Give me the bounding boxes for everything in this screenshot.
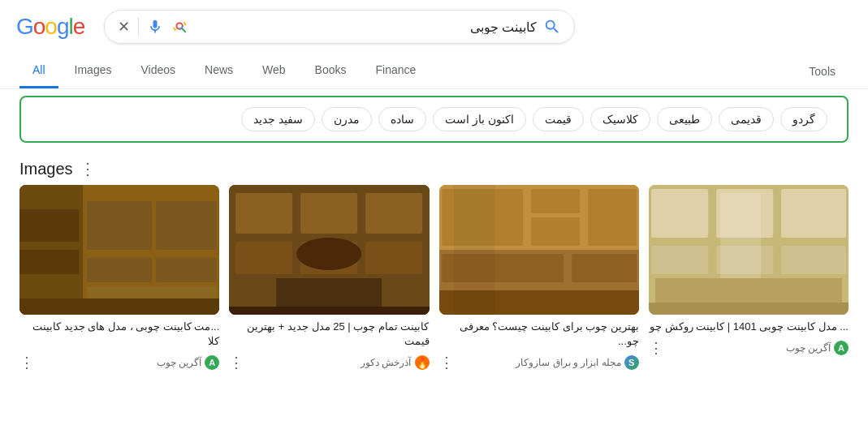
tab-books[interactable]: Books	[302, 54, 360, 88]
image-source-1: A آگرین چوب ⋮	[19, 354, 219, 371]
image-item-2[interactable]: کابینت تمام چوب | 25 مدل جدید + بهترین ق…	[229, 185, 429, 371]
search-input[interactable]	[196, 19, 537, 34]
svg-rect-5	[87, 201, 152, 250]
chip-walnut[interactable]: گردو	[780, 107, 827, 131]
image-item-4[interactable]: ... مدل کابینت چوبی 1401 | کابینت روکش چ…	[649, 185, 849, 371]
svg-rect-20	[365, 242, 422, 274]
source-icon-2: 🔥	[415, 355, 430, 370]
image-caption-3: بهترین چوب برای کابینت چیست؟ معرفی چو...	[439, 320, 639, 349]
svg-rect-16	[300, 193, 357, 234]
source-icon-3: S	[624, 355, 639, 370]
source-info-4: A آگرین چوب	[786, 341, 849, 355]
item-more-3[interactable]: ⋮	[439, 354, 454, 371]
svg-rect-33	[454, 185, 494, 315]
svg-rect-7	[156, 201, 217, 250]
nav-tabs: All Images Videos News Web Books Finance…	[0, 54, 868, 89]
svg-rect-28	[531, 217, 580, 246]
source-name-1: آگرین چوب	[157, 357, 201, 368]
chip-simple[interactable]: ساده	[378, 107, 426, 131]
image-placeholder-4	[649, 185, 849, 315]
chip-old[interactable]: قدیمی	[719, 107, 774, 131]
svg-point-21	[296, 238, 361, 270]
images-more-button[interactable]: ⋮	[80, 159, 96, 178]
svg-rect-38	[781, 189, 846, 238]
svg-rect-41	[781, 246, 846, 274]
image-thumb-4	[649, 185, 849, 315]
image-source-4: A آگرین چوب ⋮	[649, 339, 849, 357]
source-icon-4: A	[834, 341, 849, 355]
chip-white-new[interactable]: سفید جدید	[241, 107, 315, 131]
source-name-2: آذرخش دکور	[361, 357, 411, 368]
svg-rect-44	[649, 303, 849, 315]
svg-rect-31	[572, 254, 637, 282]
source-info-3: S مجله ابزار و براق سازوکار	[516, 355, 638, 370]
image-item-3[interactable]: بهترین چوب برای کابینت چیست؟ معرفی چو...…	[439, 185, 639, 371]
source-info-1: A آگرین چوب	[157, 355, 219, 370]
search-button[interactable]	[543, 18, 561, 36]
tab-finance[interactable]: Finance	[363, 54, 430, 88]
mic-icon	[147, 19, 163, 35]
source-info-2: 🔥 آذرخش دکور	[361, 355, 429, 370]
svg-rect-18	[235, 242, 292, 274]
lens-icon	[171, 18, 189, 36]
svg-rect-6	[87, 258, 152, 282]
svg-rect-8	[156, 258, 217, 282]
image-source-2: 🔥 آذرخش دکور ⋮	[229, 354, 429, 371]
search-divider	[138, 17, 139, 36]
image-thumb-2	[229, 185, 429, 315]
image-source-3: S مجله ابزار و براق سازوکار ⋮	[439, 354, 639, 371]
image-caption-1: ...مت کابینت چوبی ، مدل های جدید کابینت …	[19, 320, 219, 349]
item-more-4[interactable]: ⋮	[649, 339, 663, 357]
source-name-3: مجله ابزار و براق سازوکار	[516, 357, 620, 368]
svg-rect-29	[588, 189, 637, 246]
svg-rect-10	[19, 250, 79, 274]
tab-web[interactable]: Web	[249, 54, 299, 88]
tab-all[interactable]: All	[19, 54, 58, 88]
header: Google ✕	[0, 0, 868, 54]
search-icons-left: ✕	[118, 17, 189, 36]
image-placeholder-2	[229, 185, 429, 315]
search-bar: ✕	[104, 10, 575, 44]
image-item-1[interactable]: ...مت کابینت چوبی ، مدل های جدید کابینت …	[19, 185, 219, 371]
chip-classic[interactable]: کلاسیک	[590, 107, 650, 131]
item-more-2[interactable]: ⋮	[229, 354, 244, 371]
chip-natural[interactable]: طبیعی	[657, 107, 712, 131]
source-name-4: آگرین چوب	[786, 342, 831, 354]
chip-open-now[interactable]: اکنون باز است	[433, 107, 526, 131]
lens-button[interactable]	[171, 18, 189, 36]
nav-left: All Images Videos News Web Books Finance	[19, 54, 429, 88]
tools-button[interactable]: Tools	[796, 55, 849, 88]
chip-modern[interactable]: مدرن	[322, 107, 372, 131]
image-grid: ...مت کابینت چوبی ، مدل های جدید کابینت …	[0, 185, 868, 381]
clear-button[interactable]: ✕	[118, 18, 130, 36]
source-icon-1: A	[205, 355, 219, 370]
svg-rect-12	[19, 298, 219, 315]
tab-news[interactable]: News	[192, 54, 246, 88]
svg-rect-39	[651, 246, 708, 274]
svg-rect-36	[651, 189, 708, 238]
image-placeholder-3	[439, 185, 639, 315]
image-thumb-3	[439, 185, 639, 315]
image-placeholder-1	[19, 185, 219, 315]
image-thumb-1	[19, 185, 219, 315]
svg-rect-23	[229, 307, 429, 315]
images-section-header: Images ⋮	[0, 149, 868, 185]
mic-button[interactable]	[147, 19, 163, 35]
svg-rect-17	[365, 193, 422, 234]
google-logo: Google	[16, 14, 84, 40]
search-icon	[543, 18, 561, 36]
image-caption-4: ... مدل کابینت چوبی 1401 | کابینت روکش چ…	[649, 320, 849, 334]
filter-chips-container: گردو قدیمی طبیعی کلاسیک قیمت اکنون باز ا…	[19, 96, 849, 143]
tab-images[interactable]: Images	[62, 54, 125, 88]
chip-price[interactable]: قیمت	[533, 107, 584, 131]
images-section-title: Images	[19, 160, 73, 178]
image-caption-2: کابینت تمام چوب | 25 مدل جدید + بهترین ق…	[229, 320, 429, 349]
svg-rect-27	[531, 189, 580, 213]
tab-videos[interactable]: Videos	[127, 54, 188, 88]
item-more-1[interactable]: ⋮	[19, 354, 34, 371]
svg-rect-15	[235, 193, 292, 234]
svg-rect-9	[19, 209, 79, 242]
